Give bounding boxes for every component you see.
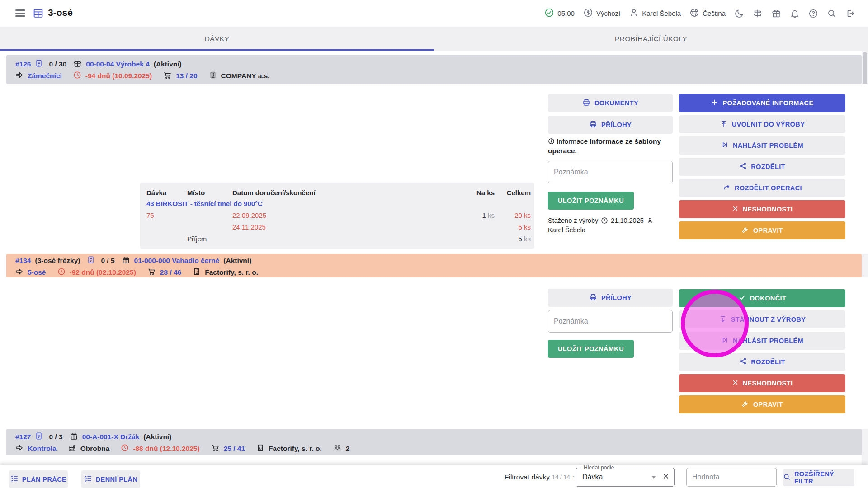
daily-plan-button[interactable]: DENNÍ PLÁN <box>81 470 140 488</box>
batch-id-link[interactable]: #127 <box>15 433 31 441</box>
product-icon <box>70 432 78 442</box>
ordered-count-link[interactable]: 13 / 20 <box>176 72 197 80</box>
operation-link[interactable]: Kontrola <box>28 445 57 453</box>
redo-arrow-icon <box>722 183 731 193</box>
clock-icon <box>121 444 129 454</box>
batch-126-content: Dávka Místo Datum doručení/skončení Na k… <box>0 84 868 254</box>
filter-value-input[interactable] <box>686 468 777 487</box>
table-row: 24.11.2025 5 ks <box>146 221 531 233</box>
printer-icon <box>582 99 590 108</box>
material-link[interactable]: 43 BIRKOSIT - těsnící tmel do 900°C <box>146 197 531 209</box>
cell-celkem: 5 ks <box>495 223 531 231</box>
user-menu[interactable]: Karel Šebela <box>629 8 681 19</box>
pricing-label: Výchozí <box>596 9 620 17</box>
pricing-selector[interactable]: Výchozí <box>583 8 620 19</box>
chevron-down-icon[interactable] <box>651 476 656 479</box>
company-icon <box>256 444 264 454</box>
document-icon[interactable] <box>35 59 43 69</box>
operation-link[interactable]: Zámečníci <box>28 72 62 80</box>
search-by-select[interactable]: Hledat podle Dávka <box>576 468 675 487</box>
batch-progress: 0 / 3 <box>49 433 62 441</box>
product-link[interactable]: 00-00-04 Výrobek 4 <box>86 60 149 68</box>
save-note-button[interactable]: ULOŽIT POZNÁMKU <box>548 192 634 210</box>
note-input[interactable] <box>548 310 673 333</box>
checklist-icon <box>10 474 19 484</box>
save-note-button[interactable]: ULOŽIT POZNÁMKU <box>548 340 634 358</box>
release-to-production-button[interactable]: UVOLNIT DO VÝROBY <box>679 115 845 133</box>
ordered-count-link[interactable]: 25 / 41 <box>224 445 245 453</box>
company-name: Factorify, s. r. o. <box>269 445 322 453</box>
product-link[interactable]: 00-A-001-X Držák <box>82 433 140 441</box>
report-problem-button[interactable]: NAHLÁSIT PROBLÉM <box>679 136 845 155</box>
tab-running-tasks[interactable]: PROBÍHAJÍCÍ ÚKOLY <box>434 27 868 51</box>
skip-icon <box>721 141 729 150</box>
share-icon <box>739 162 747 171</box>
nonconformities-button[interactable]: NESHODNOSTI <box>679 374 845 392</box>
batch-subtitle: (3-osé frézky) <box>35 257 80 265</box>
language-selector[interactable]: Čeština <box>689 8 726 19</box>
finish-button[interactable]: DOKONČIT <box>679 289 845 307</box>
help-icon[interactable] <box>808 9 818 19</box>
company-icon <box>209 71 217 81</box>
check-icon <box>738 294 746 303</box>
ordered-count-link[interactable]: 28 / 46 <box>160 268 181 277</box>
repair-button[interactable]: OPRAVIT <box>679 221 845 239</box>
operation-arrow-icon <box>15 444 24 454</box>
withdraw-from-production-button[interactable]: STÁHNOUT Z VÝROBY <box>679 310 845 328</box>
advanced-filter-button[interactable]: ROZŠÍŘENÝ FILTR <box>783 469 854 486</box>
table-view-icon[interactable] <box>33 8 44 21</box>
globe-icon <box>689 8 699 19</box>
required-info-button[interactable]: POŽADOVANÉ INFORMACE <box>679 94 845 112</box>
repair-button[interactable]: OPRAVIT <box>679 395 845 413</box>
cell-celkem: 5 ks <box>495 235 531 243</box>
plus-icon <box>711 99 718 108</box>
attachments-button[interactable]: PŘÍLOHY <box>548 289 673 307</box>
overdue-text: -94 dnů (10.09.2025) <box>85 72 152 80</box>
search-by-floating-label: Hledat podle <box>581 465 616 471</box>
search-icon[interactable] <box>827 9 837 19</box>
split-button[interactable]: ROZDĚLIT <box>679 353 845 371</box>
checklist-icon <box>84 474 92 484</box>
batch-progress: 0 / 30 <box>49 60 66 68</box>
operation-link[interactable]: 5-osé <box>28 268 46 277</box>
batch-id-link[interactable]: #134 <box>15 257 31 265</box>
split-button[interactable]: ROZDĚLIT <box>679 158 845 176</box>
batch-id-link[interactable]: #126 <box>15 60 31 68</box>
batch-126-header: #126 0 / 30 00-00-04 Výrobek 4 (Aktivní)… <box>6 55 862 84</box>
upload-icon <box>720 120 728 129</box>
operation-arrow-icon <box>15 71 24 81</box>
shift-status-chip[interactable]: 05:00 <box>544 8 575 19</box>
document-icon[interactable] <box>35 432 43 442</box>
overdue-text: -92 dnů (02.10.2025) <box>70 268 136 277</box>
cart-icon <box>211 444 220 454</box>
cell-davka: 75 <box>146 211 187 219</box>
cart-icon <box>163 71 172 81</box>
product-link[interactable]: 01-000-000 Vahadlo černé <box>134 257 220 265</box>
note-input[interactable] <box>548 161 673 183</box>
documents-button[interactable]: DOKUMENTY <box>548 94 673 112</box>
nonconformities-button[interactable]: NESHODNOSTI <box>679 200 845 218</box>
notifications-bell-icon[interactable] <box>790 9 800 19</box>
company-name: COMPANY a.s. <box>221 72 270 80</box>
document-icon[interactable] <box>87 256 95 266</box>
tab-batches[interactable]: DÁVKY <box>0 27 434 51</box>
work-plan-button[interactable]: PLÁN PRÁCE <box>9 470 68 488</box>
logout-icon[interactable] <box>845 9 855 19</box>
dark-mode-icon[interactable] <box>734 9 744 19</box>
batch-134-header: #134 (3-osé frézky) 0 / 5 01-000-000 Vah… <box>6 254 862 277</box>
topbar-actions: 05:00 Výchozí Karel Šebela <box>544 0 855 27</box>
check-circle-icon <box>544 8 554 19</box>
col-header-misto: Místo <box>187 189 232 197</box>
split-operation-button[interactable]: ROZDĚLIT OPERACI <box>679 179 845 197</box>
shift-time: 05:00 <box>557 9 575 17</box>
workplace-name: Obrobna <box>80 445 110 453</box>
attachments-button[interactable]: PŘÍLOHY <box>548 116 673 134</box>
hamburger-menu-icon[interactable] <box>15 9 25 17</box>
topbar: 3-osé 05:00 Výchozí Kar <box>0 0 868 27</box>
signpost-icon[interactable] <box>753 9 763 19</box>
withdrawn-info: Staženo z výroby 21.10.2025 Karel Šebela <box>548 216 673 235</box>
table-row: 75 22.09.2025 1 ks 20 ks <box>146 209 531 221</box>
clear-icon[interactable] <box>662 473 670 482</box>
gift-icon[interactable] <box>771 9 781 19</box>
report-problem-button[interactable]: NAHLÁSIT PROBLÉM <box>679 332 845 350</box>
